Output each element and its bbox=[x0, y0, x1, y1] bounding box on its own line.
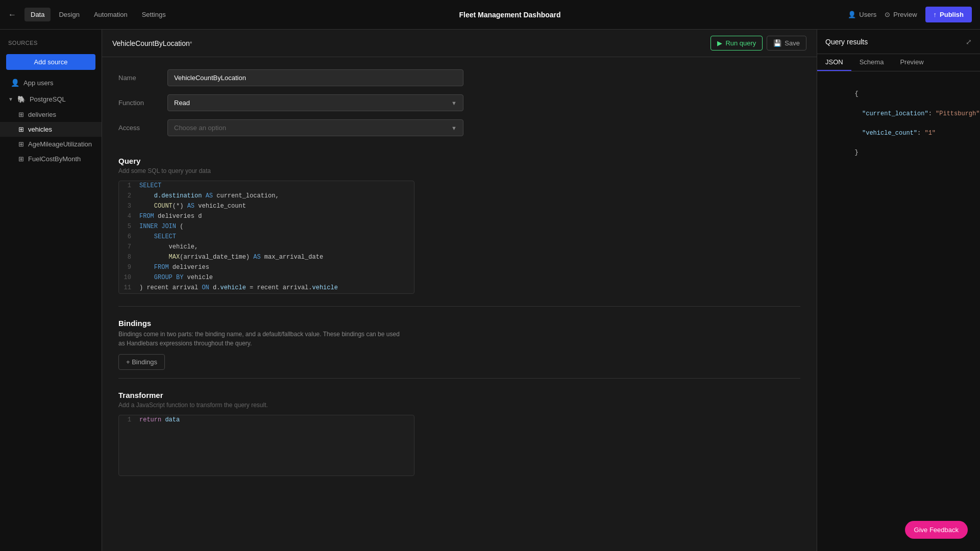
right-panel: Query results ⤢ JSON Schema Preview { "c… bbox=[817, 30, 980, 551]
tab-preview[interactable]: Preview bbox=[892, 54, 932, 71]
right-panel-content: { "current_location": "Pittsburgh", "veh… bbox=[817, 71, 980, 551]
query-header: VehicleCountByLocation* ▶ Run query 💾 Sa… bbox=[102, 30, 817, 57]
tab-json[interactable]: JSON bbox=[817, 54, 851, 71]
content-area: VehicleCountByLocation* ▶ Run query 💾 Sa… bbox=[102, 30, 817, 551]
code-line-10: 10 GROUP BY vehicle bbox=[119, 273, 414, 283]
save-icon: 💾 bbox=[773, 39, 781, 47]
code-line-7: 7 vehicle, bbox=[119, 242, 414, 253]
expand-icon[interactable]: ⤢ bbox=[966, 38, 972, 46]
sidebar-item-agemileage[interactable]: ⊞ AgeMileageUtilization bbox=[0, 137, 102, 152]
access-select[interactable]: Choose an option ▼ bbox=[167, 119, 463, 136]
transformer-line-1: 1 return data bbox=[119, 415, 414, 425]
right-panel-header: Query results ⤢ bbox=[817, 30, 980, 54]
sidebar-item-appusers-label: App users bbox=[23, 79, 54, 87]
sidebar-item-appusers[interactable]: 👤 App users bbox=[2, 74, 100, 91]
right-panel-tabs: JSON Schema Preview bbox=[817, 54, 980, 71]
json-output: { "current_location": "Pittsburgh", "veh… bbox=[825, 80, 972, 168]
users-button[interactable]: 👤 Users bbox=[848, 11, 876, 18]
code-line-6: 6 SELECT bbox=[119, 232, 414, 242]
play-icon: ▶ bbox=[717, 39, 722, 47]
sources-heading: Sources bbox=[0, 36, 102, 50]
name-label: Name bbox=[118, 74, 159, 82]
users-icon: 👤 bbox=[848, 11, 856, 18]
add-bindings-button[interactable]: + Bindings bbox=[118, 354, 165, 370]
function-select[interactable]: Read ▼ bbox=[167, 94, 463, 111]
sidebar: Sources Add source 👤 App users ▼ 🐘 Postg… bbox=[0, 30, 102, 551]
table-icon-agemileage: ⊞ bbox=[18, 140, 24, 148]
access-label: Access bbox=[118, 124, 159, 132]
form-row-access: Access Choose an option ▼ bbox=[118, 119, 800, 136]
appusers-icon: 👤 bbox=[10, 79, 19, 87]
transformer-desc: Add a JavaScript function to transform t… bbox=[118, 402, 800, 409]
modified-indicator: * bbox=[190, 40, 192, 47]
preview-button[interactable]: ⊙ Preview bbox=[885, 11, 917, 18]
back-button[interactable]: ← bbox=[8, 10, 16, 19]
function-label: Function bbox=[118, 99, 159, 107]
chevron-down-icon: ▼ bbox=[8, 96, 13, 102]
preview-icon: ⊙ bbox=[885, 11, 890, 18]
tab-design[interactable]: Design bbox=[53, 8, 85, 21]
sql-editor[interactable]: 1 SELECT 2 d.destination AS current_loca… bbox=[118, 181, 414, 294]
publish-button[interactable]: ↑ Publish bbox=[925, 7, 972, 22]
right-panel-title: Query results bbox=[825, 38, 868, 46]
add-source-button[interactable]: Add source bbox=[6, 54, 95, 70]
code-line-2: 2 d.destination AS current_location, bbox=[119, 191, 414, 202]
access-chevron-icon: ▼ bbox=[451, 125, 457, 131]
code-line-3: 3 COUNT(*) AS vehicle_count bbox=[119, 202, 414, 212]
name-input[interactable] bbox=[167, 69, 463, 86]
run-query-button[interactable]: ▶ Run query bbox=[710, 36, 763, 51]
tab-automation[interactable]: Automation bbox=[88, 8, 134, 21]
table-icon-fuelcost: ⊞ bbox=[18, 155, 24, 163]
query-sql-section: Query Add some SQL to query your data 1 … bbox=[102, 157, 817, 306]
bindings-section: Bindings Bindings come in two parts: the… bbox=[102, 307, 817, 378]
code-line-5: 5 INNER JOIN ( bbox=[119, 222, 414, 232]
code-line-11: 11 ) recent arrival ON d.vehicle = recen… bbox=[119, 283, 414, 293]
code-line-1: 1 SELECT bbox=[119, 181, 414, 191]
sidebar-item-deliveries[interactable]: ⊞ deliveries bbox=[0, 107, 102, 122]
code-line-8: 8 MAX(arrival_date_time) AS max_arrival_… bbox=[119, 253, 414, 263]
postgres-label: PostgreSQL bbox=[30, 95, 66, 103]
topnav-right: 👤 Users ⊙ Preview ↑ Publish bbox=[848, 7, 972, 22]
form-section: Name Function Read ▼ Access Choose an op… bbox=[102, 57, 817, 157]
query-section-title: Query bbox=[118, 157, 800, 165]
query-title-container: VehicleCountByLocation* bbox=[112, 39, 192, 47]
code-line-4: 4 FROM deliveries d bbox=[119, 212, 414, 222]
table-icon-deliveries: ⊞ bbox=[18, 111, 24, 118]
tab-schema[interactable]: Schema bbox=[851, 54, 892, 71]
query-section-desc: Add some SQL to query your data bbox=[118, 167, 800, 174]
table-icon-vehicles: ⊞ bbox=[18, 126, 24, 133]
postgres-icon: 🐘 bbox=[17, 95, 26, 103]
tab-data[interactable]: Data bbox=[24, 8, 51, 21]
sidebar-postgres-header[interactable]: ▼ 🐘 PostgreSQL bbox=[0, 91, 102, 107]
app-title: Fleet Management Dashboard bbox=[176, 11, 844, 19]
topnav: ← Data Design Automation Settings Fleet … bbox=[0, 0, 980, 30]
form-row-name: Name bbox=[118, 69, 800, 86]
sidebar-item-vehicles[interactable]: ⊞ vehicles bbox=[0, 122, 102, 137]
topnav-tabs: Data Design Automation Settings bbox=[24, 8, 172, 21]
bindings-title: Bindings bbox=[118, 319, 800, 328]
code-line-9: 9 FROM deliveries bbox=[119, 263, 414, 273]
bindings-desc: Bindings come in two parts: the binding … bbox=[118, 330, 404, 348]
transformer-title: Transformer bbox=[118, 391, 800, 399]
publish-icon: ↑ bbox=[934, 11, 937, 18]
save-button[interactable]: 💾 Save bbox=[767, 36, 806, 51]
tab-settings[interactable]: Settings bbox=[136, 8, 172, 21]
chevron-icon: ▼ bbox=[451, 100, 457, 106]
transformer-section: Transformer Add a JavaScript function to… bbox=[102, 379, 817, 488]
query-actions: ▶ Run query 💾 Save bbox=[710, 36, 806, 51]
feedback-button[interactable]: Give Feedback bbox=[905, 521, 968, 539]
form-row-function: Function Read ▼ bbox=[118, 94, 800, 111]
query-title: VehicleCountByLocation bbox=[112, 39, 190, 47]
main-layout: Sources Add source 👤 App users ▼ 🐘 Postg… bbox=[0, 30, 980, 551]
sidebar-item-fuelcost[interactable]: ⊞ FuelCostByMonth bbox=[0, 152, 102, 166]
sidebar-group-postgres: ▼ 🐘 PostgreSQL ⊞ deliveries ⊞ vehicles ⊞… bbox=[0, 91, 102, 166]
transformer-editor[interactable]: 1 return data bbox=[118, 415, 414, 476]
